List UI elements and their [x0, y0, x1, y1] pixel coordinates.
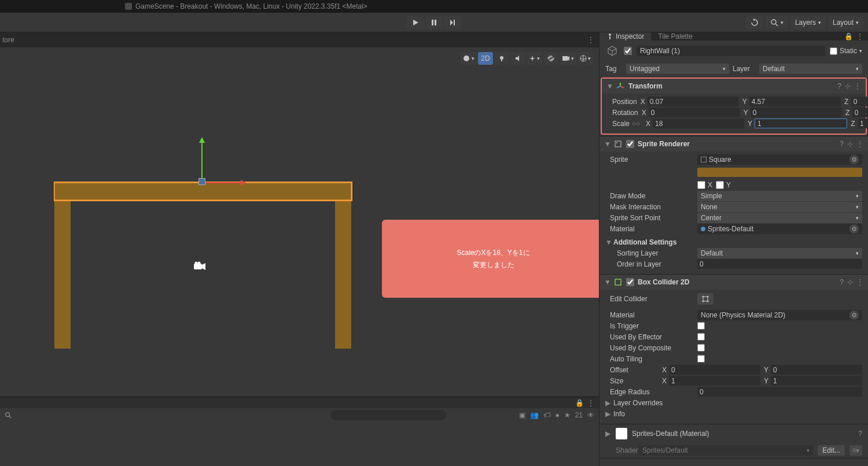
scale-x-input[interactable] [653, 119, 744, 128]
static-checkbox[interactable] [830, 47, 837, 55]
position-z-input[interactable] [851, 97, 868, 106]
scene-viewport[interactable]: ▾ 2D ▾ ▾ ▾ [0, 47, 599, 466]
size-y-input[interactable] [771, 376, 862, 386]
fold-icon[interactable]: ▶ [605, 399, 611, 407]
preset-icon[interactable]: ⊹ [847, 278, 853, 286]
scale-y-input[interactable] [755, 119, 847, 128]
fold-icon[interactable]: ▶ [605, 430, 611, 438]
mask-dropdown[interactable]: None▾ [697, 202, 862, 212]
drawmode-dropdown[interactable]: Simple▾ [697, 191, 862, 201]
transform-header[interactable]: ▼ Transform ?⊹⋮ [602, 79, 866, 94]
rotation-z-input[interactable] [852, 108, 868, 117]
shader-dropdown[interactable]: Sprites/Default▾ [639, 445, 813, 456]
size-x-input[interactable] [669, 376, 760, 386]
menu-icon[interactable]: ⋮ [856, 278, 863, 286]
gameobject-active-checkbox[interactable] [624, 47, 632, 55]
menu-icon[interactable]: ⋮ [854, 82, 861, 90]
step-button[interactable] [444, 16, 461, 29]
fold-icon[interactable]: ▼ [606, 82, 612, 90]
search-icon[interactable] [5, 412, 12, 419]
pause-button[interactable] [425, 16, 443, 29]
sprite-renderer-enabled[interactable] [626, 140, 634, 148]
material-field[interactable]: Sprites-Default⊙ [697, 224, 862, 234]
help-icon[interactable]: ? [858, 430, 862, 438]
lock-icon[interactable]: 🔒 [844, 32, 853, 40]
people-icon[interactable]: 👥 [530, 411, 539, 419]
is-trigger-checkbox[interactable] [697, 322, 705, 330]
color-field[interactable] [697, 168, 862, 177]
sprite-picker-icon[interactable]: ⊙ [849, 155, 859, 164]
filter-icon[interactable]: ▣ [519, 411, 525, 419]
physics-material-picker-icon[interactable]: ⊙ [849, 310, 859, 320]
rotation-x-input[interactable] [649, 108, 740, 117]
fold-icon[interactable]: ▶ [605, 410, 611, 418]
2d-toggle-button[interactable]: 2D [478, 52, 493, 65]
help-icon[interactable]: ? [837, 82, 841, 90]
panel-menu-icon[interactable]: ⋮ [587, 399, 594, 407]
physics-material-field[interactable]: None (Physics Material 2D)⊙ [697, 310, 862, 320]
camera-button[interactable]: ▾ [560, 52, 576, 65]
star-icon[interactable]: ★ [564, 411, 571, 419]
sprite-renderer-header[interactable]: ▼ Sprite Renderer ?⊹⋮ [599, 136, 868, 151]
help-icon[interactable]: ? [840, 140, 844, 148]
layer-dropdown[interactable]: Default▾ [759, 64, 862, 74]
hidden-icon[interactable]: 👁 [587, 411, 594, 419]
material-section[interactable]: ▶ Sprites-Default (Material) ? [599, 424, 868, 443]
static-dropdown[interactable]: Static ▾ [830, 47, 862, 55]
material-picker-icon[interactable]: ⊙ [849, 224, 859, 234]
gizmo-y-axis[interactable] [201, 139, 203, 182]
edge-radius-input[interactable] [697, 387, 862, 397]
gameobject-name-input[interactable] [637, 46, 825, 56]
layers-dropdown[interactable]: Layers▾ [790, 16, 826, 29]
position-y-input[interactable] [749, 97, 841, 106]
edit-shader-button[interactable]: Edit... [818, 445, 845, 456]
constrain-proportions-icon[interactable] [632, 121, 640, 127]
scale-z-input[interactable] [858, 119, 868, 128]
tab-inspector[interactable]: Inspector [599, 32, 651, 40]
gameobject-icon[interactable] [605, 44, 619, 58]
shader-lines-button[interactable]: ≡▾ [849, 445, 862, 456]
used-by-effector-checkbox[interactable] [697, 333, 705, 341]
lock-icon[interactable]: 🔒 [575, 399, 584, 407]
sprite-field[interactable]: Square⊙ [697, 154, 862, 165]
preset-icon[interactable]: ⊹ [845, 82, 851, 90]
box-collider-enabled[interactable] [626, 278, 634, 286]
lighting-toggle[interactable] [494, 52, 509, 65]
project-search-input[interactable] [330, 410, 446, 420]
fold-icon[interactable]: ▼ [604, 278, 610, 286]
fold-icon[interactable]: ▼ [604, 140, 610, 148]
edit-collider-button[interactable] [697, 293, 713, 305]
audio-toggle[interactable] [510, 52, 525, 65]
order-in-layer-input[interactable] [697, 259, 862, 269]
offset-x-input[interactable] [669, 365, 760, 375]
play-button[interactable] [407, 16, 424, 29]
search-button[interactable]: ▾ [766, 16, 788, 29]
tab-tile-palette[interactable]: Tile Palette [651, 32, 700, 40]
flip-y-checkbox[interactable] [716, 181, 724, 189]
offset-y-input[interactable] [771, 365, 862, 375]
rotation-y-input[interactable] [751, 108, 842, 117]
sortpoint-dropdown[interactable]: Center▾ [697, 213, 862, 223]
menu-icon[interactable]: ⋮ [856, 140, 863, 148]
preset-icon[interactable]: ⊹ [847, 140, 853, 148]
visibility-toggle[interactable] [543, 52, 558, 65]
layout-dropdown[interactable]: Layout▾ [828, 16, 863, 29]
used-by-composite-checkbox[interactable] [697, 344, 705, 352]
panel-menu-icon[interactable]: ⋮ [856, 32, 863, 40]
tag-icon[interactable]: 🏷 [543, 411, 550, 419]
gizmo-x-axis[interactable] [201, 182, 245, 183]
warning-icon[interactable]: ● [555, 411, 559, 419]
position-x-input[interactable] [648, 97, 739, 106]
tab-menu-icon[interactable]: ⋮ [587, 36, 599, 44]
tag-dropdown[interactable]: Untagged▾ [626, 64, 729, 74]
auto-tiling-checkbox[interactable] [697, 355, 705, 363]
flip-x-checkbox[interactable] [697, 181, 705, 189]
camera-gizmo-icon[interactable] [193, 261, 207, 272]
project-content[interactable] [0, 422, 599, 466]
box-collider-header[interactable]: ▼ Box Collider 2D ?⊹⋮ [599, 275, 868, 290]
help-icon[interactable]: ? [840, 278, 844, 286]
gizmo-center[interactable] [198, 178, 205, 185]
shading-mode-button[interactable]: ▾ [460, 52, 477, 65]
fx-toggle[interactable]: ▾ [527, 52, 542, 65]
fold-icon[interactable]: ▼ [605, 238, 611, 246]
